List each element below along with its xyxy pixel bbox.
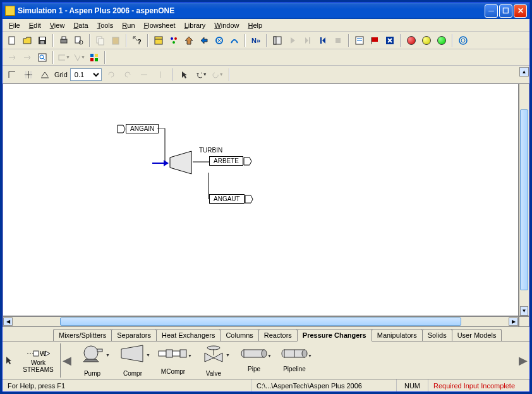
svg-rect-23 xyxy=(336,38,341,43)
status-help: For Help, press F1 xyxy=(3,379,251,391)
svg-rect-51 xyxy=(33,351,39,356)
help-icon[interactable]: ? xyxy=(130,34,144,47)
menu-file[interactable]: File xyxy=(5,20,24,30)
tool4-icon[interactable] xyxy=(197,34,211,47)
redo-icon[interactable]: ▼ xyxy=(210,68,224,82)
palette-pipe[interactable]: ▼ Pipe xyxy=(235,343,273,378)
palette-pump[interactable]: ▼ Pump xyxy=(73,343,111,378)
status-yellow-light[interactable] xyxy=(420,34,433,47)
close-button[interactable]: ✕ xyxy=(514,4,527,18)
paste-icon[interactable] xyxy=(109,34,123,47)
results-icon[interactable] xyxy=(353,34,366,47)
tool6-icon[interactable] xyxy=(227,34,241,47)
print-preview-icon[interactable] xyxy=(72,34,86,47)
tab-heatex[interactable]: Heat Exchangers xyxy=(156,329,221,341)
panel-icon[interactable] xyxy=(270,34,284,47)
x-icon[interactable] xyxy=(383,34,397,47)
st5-icon[interactable]: ▼ xyxy=(72,51,86,65)
open-icon[interactable] xyxy=(20,34,34,47)
tab-solids[interactable]: Solids xyxy=(422,329,452,341)
hscroll-thumb[interactable] xyxy=(60,317,461,326)
tab-separators[interactable]: Separators xyxy=(111,329,157,341)
streams-button[interactable]: W Work STREAMS xyxy=(16,343,61,378)
play-icon[interactable] xyxy=(286,34,299,47)
tool3-icon[interactable] xyxy=(182,34,196,47)
hscroll-right[interactable]: ▶ xyxy=(509,317,518,326)
menu-view[interactable]: View xyxy=(46,20,69,30)
palette-pipeline[interactable]: ▼ Pipeline xyxy=(275,343,313,378)
maximize-button[interactable]: ☐ xyxy=(499,4,512,18)
canvas-scroll-down[interactable]: ▼ xyxy=(520,306,528,316)
rot3-icon[interactable] xyxy=(137,68,151,82)
st4-icon[interactable]: ▼ xyxy=(57,51,71,65)
menu-flowsheet[interactable]: Flowsheet xyxy=(140,20,179,30)
grid-value-select[interactable]: 0.1 xyxy=(70,68,102,81)
copy-icon[interactable] xyxy=(94,34,107,47)
palette-valve[interactable]: ▼ Valve xyxy=(195,343,233,378)
pointer-icon[interactable] xyxy=(178,68,191,82)
tab-mixers[interactable]: Mixers/Splitters xyxy=(53,329,112,341)
palette-scroll-right[interactable]: ▶ xyxy=(519,345,527,376)
titlebar[interactable]: Simulation 1 - Aspen Plus 2006 - aspenON… xyxy=(3,3,529,19)
pump-label: Pump xyxy=(84,370,100,377)
flag-icon[interactable] xyxy=(368,34,382,47)
minimize-button[interactable]: ─ xyxy=(485,4,498,18)
st2-icon[interactable] xyxy=(20,51,34,65)
status-green-light[interactable] xyxy=(435,34,449,47)
save-icon[interactable] xyxy=(35,34,49,47)
turbine-block[interactable] xyxy=(169,150,194,175)
st1-icon[interactable] xyxy=(5,51,19,65)
gt1-icon[interactable] xyxy=(5,68,19,82)
valve-icon xyxy=(201,344,226,363)
rot2-icon[interactable] xyxy=(121,68,135,82)
work-stream-arbete[interactable]: ARBETE xyxy=(209,156,243,166)
menu-data[interactable]: Data xyxy=(70,20,92,30)
menu-run[interactable]: Run xyxy=(118,20,138,30)
main-window: Simulation 1 - Aspen Plus 2006 - aspenON… xyxy=(2,2,530,392)
canvas-scroll-up[interactable]: ▲ xyxy=(519,67,529,77)
menu-edit[interactable]: Edit xyxy=(25,20,45,30)
statusbar: For Help, press F1 C:\...\AspenTech\Aspe… xyxy=(3,379,529,391)
next-icon[interactable]: N» xyxy=(249,34,263,47)
hscroll-left[interactable]: ◀ xyxy=(3,317,13,326)
palette-pointer[interactable] xyxy=(5,356,14,365)
flowsheet-canvas[interactable]: ANGAIN TURBIN ARBETE ANGAUT xyxy=(3,83,519,316)
step-icon[interactable] xyxy=(301,34,315,47)
data-browser-icon[interactable] xyxy=(152,34,166,47)
tab-usermodels[interactable]: User Models xyxy=(452,329,502,341)
st6-icon[interactable] xyxy=(87,51,101,65)
stream-angain[interactable]: ANGAIN xyxy=(126,124,159,133)
tab-reactors[interactable]: Reactors xyxy=(258,329,298,341)
palette-scroll-left[interactable]: ◀ xyxy=(63,345,71,376)
print-icon[interactable] xyxy=(57,34,71,47)
tab-pressure-changers[interactable]: Pressure Changers xyxy=(297,329,372,342)
tool5-icon[interactable] xyxy=(212,34,226,47)
rot1-icon[interactable] xyxy=(104,68,118,82)
horizontal-scrollbar[interactable]: ◀ ▶ xyxy=(3,316,519,327)
svg-rect-2 xyxy=(40,37,45,40)
undo-icon[interactable]: ▼ xyxy=(194,68,208,82)
back-icon[interactable] xyxy=(316,34,330,47)
new-icon[interactable] xyxy=(5,34,19,47)
stop-icon[interactable] xyxy=(331,34,345,47)
palette-mcompr[interactable]: ▼ MCompr xyxy=(154,343,192,378)
tab-manipulators[interactable]: Manipulators xyxy=(372,329,423,341)
rot4-icon[interactable] xyxy=(154,68,167,82)
vertical-scrollbar[interactable]: ▼ xyxy=(519,83,529,316)
menubar: File Edit View Data Tools Run Flowsheet … xyxy=(3,19,529,32)
stream-angaut[interactable]: ANGAUT xyxy=(209,194,245,204)
svg-rect-37 xyxy=(95,54,98,57)
status-red-light[interactable] xyxy=(404,34,418,47)
menu-window[interactable]: Window xyxy=(210,20,243,30)
menu-library[interactable]: Library xyxy=(181,20,210,30)
gt2-icon[interactable] xyxy=(21,68,35,82)
tool2-icon[interactable] xyxy=(167,34,181,47)
menu-help[interactable]: Help xyxy=(244,20,266,30)
palette-compr[interactable]: ▼ Compr xyxy=(114,343,152,378)
aspen-icon[interactable] xyxy=(456,34,470,47)
gt3-icon[interactable] xyxy=(38,68,52,82)
menu-tools[interactable]: Tools xyxy=(94,20,118,30)
tab-columns[interactable]: Columns xyxy=(220,329,258,341)
find-icon[interactable] xyxy=(35,51,49,65)
vscroll-thumb[interactable] xyxy=(520,109,528,290)
